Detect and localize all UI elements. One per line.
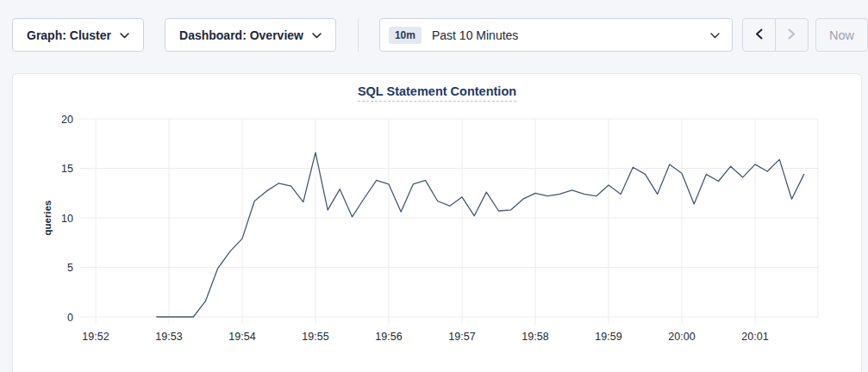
dashboard-dropdown[interactable]: Dashboard: Overview — [165, 18, 336, 52]
x-tick-label: 19:59 — [595, 331, 621, 343]
y-tick-label: 15 — [61, 163, 73, 175]
time-window-badge: 10m — [389, 27, 422, 44]
dashboard-label: Dashboard: Overview — [179, 28, 303, 42]
x-tick-label: 19:58 — [521, 331, 548, 343]
y-tick-label: 20 — [61, 114, 73, 126]
contention-chart-svg: 0510152019:5219:5319:5419:5519:5619:5719… — [13, 74, 863, 367]
graph-scope-label: Graph: Cluster — [27, 28, 111, 42]
controls-bar: Graph: Cluster Dashboard: Overview 10m P… — [0, 0, 868, 58]
time-window-label: Past 10 Minutes — [432, 28, 700, 42]
now-button[interactable]: Now — [815, 18, 868, 52]
x-tick-label: 19:56 — [375, 331, 402, 343]
chart-title[interactable]: SQL Statement Contention — [358, 84, 516, 102]
x-tick-label: 20:01 — [741, 331, 768, 343]
x-tick-label: 19:57 — [448, 331, 475, 343]
y-axis-ticks: 05101520 — [61, 114, 818, 324]
time-range-dropdown[interactable]: 10m Past 10 Minutes — [379, 18, 733, 52]
y-tick-label: 5 — [67, 262, 73, 274]
graph-scope-dropdown[interactable]: Graph: Cluster — [12, 18, 144, 52]
x-tick-label: 19:54 — [228, 331, 255, 343]
x-tick-label: 20:00 — [668, 331, 695, 343]
chevron-down-icon — [710, 28, 720, 41]
chevron-down-icon — [312, 28, 322, 41]
time-step-forward-button[interactable] — [775, 19, 808, 51]
x-tick-label: 19:53 — [155, 331, 182, 343]
y-axis-title: queries — [42, 201, 53, 236]
chevron-right-icon — [788, 28, 796, 42]
chevron-left-icon — [755, 28, 763, 42]
chart-card: SQL Statement Contention 0510152019:5219… — [12, 73, 862, 372]
y-tick-label: 10 — [61, 213, 73, 225]
x-axis-ticks: 19:5219:5319:5419:5519:5619:5719:5819:59… — [82, 119, 818, 343]
time-step-back-button[interactable] — [743, 19, 776, 51]
chevron-down-icon — [120, 28, 129, 41]
x-tick-label: 19:52 — [82, 331, 109, 343]
x-tick-label: 19:55 — [302, 331, 328, 343]
series-line — [157, 152, 804, 317]
chart-title-row: SQL Statement Contention — [13, 74, 861, 102]
y-tick-label: 0 — [67, 312, 73, 324]
toolbar-divider — [358, 18, 359, 52]
time-step-group — [742, 18, 809, 52]
